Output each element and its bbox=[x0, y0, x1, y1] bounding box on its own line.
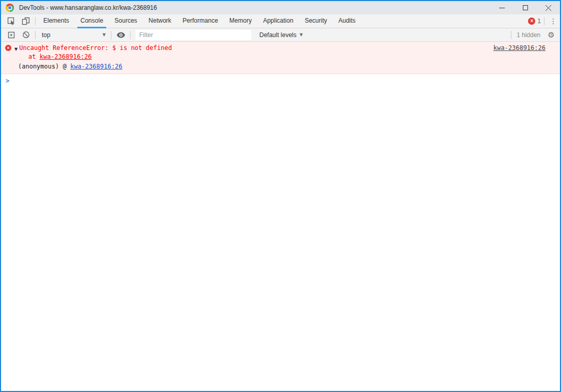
close-icon bbox=[546, 5, 551, 11]
devtools-tab-bar: Elements Console Sources Network Perform… bbox=[1, 14, 560, 28]
error-source-link[interactable]: kwa-2368916:26 bbox=[493, 44, 546, 52]
tab-label: Performance bbox=[183, 17, 218, 24]
error-icon: × bbox=[5, 45, 11, 51]
tab-label: Memory bbox=[229, 17, 252, 24]
log-levels-dropdown[interactable]: Default levels ▼ bbox=[257, 28, 305, 41]
chevron-down-icon: ▼ bbox=[103, 32, 106, 37]
clear-console-button[interactable] bbox=[19, 31, 33, 39]
error-at-link[interactable]: kwa-2368916:26 bbox=[40, 53, 92, 60]
expand-triangle-icon[interactable]: ▼ bbox=[14, 46, 18, 53]
tab-memory[interactable]: Memory bbox=[226, 14, 255, 28]
error-line-main: × ▼ Uncaught ReferenceError: $ is not de… bbox=[5, 44, 546, 53]
device-toolbar-icon bbox=[22, 17, 30, 25]
error-count: 1 bbox=[537, 18, 541, 25]
tab-label: Network bbox=[148, 17, 171, 24]
error-badge-group[interactable]: × 1 bbox=[528, 14, 541, 28]
levels-label: Default levels bbox=[259, 31, 296, 39]
tab-label: Elements bbox=[43, 17, 69, 24]
tab-elements[interactable]: Elements bbox=[40, 14, 72, 28]
error-stack-line: (anonymous) @ kwa-2368916:26 bbox=[18, 63, 546, 70]
tab-label: Security bbox=[305, 17, 327, 24]
at-prefix: at bbox=[28, 53, 40, 60]
toolbar-separator bbox=[511, 31, 512, 39]
chevron-down-icon: ▼ bbox=[300, 32, 303, 37]
maximize-icon bbox=[523, 5, 528, 10]
tab-performance[interactable]: Performance bbox=[179, 14, 221, 28]
console-prompt[interactable]: > bbox=[1, 74, 560, 84]
maximize-button[interactable] bbox=[514, 1, 537, 14]
devtools-menu-button[interactable]: ⋮ bbox=[547, 14, 560, 28]
eye-icon bbox=[117, 32, 125, 38]
inspect-element-button[interactable] bbox=[4, 14, 19, 28]
minimize-button[interactable] bbox=[490, 1, 514, 14]
tab-label: Audits bbox=[338, 17, 355, 24]
tabbar-separator bbox=[544, 17, 544, 25]
chrome-logo-icon bbox=[6, 4, 14, 12]
live-expression-button[interactable] bbox=[113, 32, 128, 38]
tabbar-separator bbox=[35, 17, 36, 25]
console-settings-button[interactable]: ⚙ bbox=[544, 30, 558, 40]
console-sidebar-toggle-button[interactable] bbox=[4, 31, 19, 39]
inspect-cursor-icon bbox=[7, 17, 15, 25]
prompt-chevron-icon: > bbox=[6, 77, 9, 84]
tab-console[interactable]: Console bbox=[77, 14, 106, 28]
console-empty-area[interactable] bbox=[1, 84, 560, 391]
toolbar-separator bbox=[130, 31, 130, 39]
tab-application[interactable]: Application bbox=[260, 14, 296, 28]
filter-input[interactable] bbox=[136, 30, 251, 40]
toolbar-separator bbox=[111, 31, 111, 39]
console-error-message: × ▼ Uncaught ReferenceError: $ is not de… bbox=[1, 42, 560, 74]
kebab-icon: ⋮ bbox=[550, 17, 557, 25]
toolbar-separator bbox=[35, 31, 36, 39]
hidden-messages-label: 1 hidden bbox=[517, 31, 540, 39]
toggle-device-toolbar-button[interactable] bbox=[19, 14, 33, 28]
console-messages-area: × ▼ Uncaught ReferenceError: $ is not de… bbox=[1, 42, 560, 391]
tab-label: Application bbox=[263, 17, 293, 24]
gear-icon: ⚙ bbox=[548, 30, 554, 40]
tab-label: Sources bbox=[114, 17, 137, 24]
clear-console-icon bbox=[22, 31, 30, 39]
stack-source-link[interactable]: kwa-2368916:26 bbox=[70, 63, 122, 70]
error-line-at: at kwa-2368916:26 bbox=[28, 53, 546, 60]
console-sidebar-icon bbox=[7, 31, 15, 39]
devtools-window: DevTools - www.hansaranglaw.co.kr/kwa-23… bbox=[0, 0, 561, 392]
error-badge-icon: × bbox=[528, 18, 535, 25]
close-button[interactable] bbox=[537, 1, 560, 14]
minimize-icon bbox=[499, 5, 505, 11]
window-title: DevTools - www.hansaranglaw.co.kr/kwa-23… bbox=[19, 4, 157, 11]
execution-context-selector[interactable]: top ▼ bbox=[38, 28, 109, 41]
tab-sources[interactable]: Sources bbox=[111, 14, 140, 28]
title-bar: DevTools - www.hansaranglaw.co.kr/kwa-23… bbox=[1, 1, 560, 14]
tab-network[interactable]: Network bbox=[145, 14, 174, 28]
console-toolbar: top ▼ Default levels ▼ 1 hidden ⚙ bbox=[1, 28, 560, 42]
tab-label: Console bbox=[80, 17, 103, 24]
tab-audits[interactable]: Audits bbox=[335, 14, 358, 28]
error-message-text: Uncaught ReferenceError: $ is not define… bbox=[19, 44, 172, 52]
tab-security[interactable]: Security bbox=[302, 14, 330, 28]
stack-caller: (anonymous) @ bbox=[18, 63, 70, 70]
context-label: top bbox=[42, 31, 51, 39]
tabbar-spacer bbox=[361, 14, 529, 28]
